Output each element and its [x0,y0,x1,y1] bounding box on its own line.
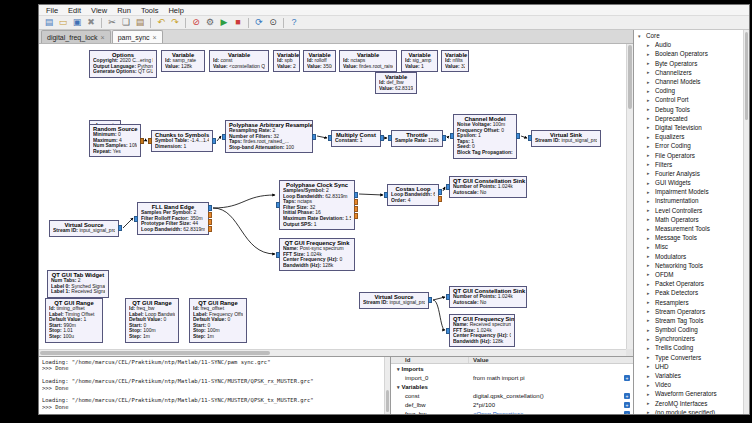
library-category-ofdm[interactable]: ▸OFDM [634,270,743,279]
chevron-right-icon[interactable]: ▸ [647,271,652,277]
chevron-right-icon[interactable]: ▸ [647,134,652,140]
open-flowgraph-icon[interactable]: ▭ [56,16,70,29]
block-freq_sink_bottom[interactable]: QT GUI Frequency SinkName: Received spec… [449,314,515,347]
library-category-waveform-generators[interactable]: ▸Waveform Generators [634,389,743,398]
chevron-right-icon[interactable]: ▸ [647,42,652,48]
chevron-right-icon[interactable]: ▸ [647,106,652,112]
chevron-right-icon[interactable]: ▸ [647,226,652,232]
block-throttle[interactable]: ThrottleSample Rate: 128k [391,130,443,147]
close-tab-icon[interactable]: × [101,34,105,41]
library-category-uhd[interactable]: ▸UHD [634,362,743,371]
menu-item-tools[interactable]: Tools [136,6,164,15]
chevron-right-icon[interactable]: ▸ [647,216,652,222]
block-range_timing[interactable]: QT GUI RangeId: timing_offsetLabel: Timi… [45,298,103,343]
chevron-right-icon[interactable]: ▸ [647,373,652,379]
library-scrollbar[interactable] [743,30,749,414]
block-var_nctaps[interactable]: VariableId: nctapsValue: firdes.root_rai… [339,50,397,72]
row-action-icon[interactable]: + [624,411,630,415]
chevron-right-icon[interactable]: ▸ [647,152,652,158]
chevron-right-icon[interactable]: ▸ [647,97,652,103]
stream-port[interactable] [328,135,332,141]
chevron-right-icon[interactable]: ▸ [647,327,652,333]
library-category-level-controllers[interactable]: ▸Level Controllers [634,206,743,215]
library-category-stream-tag-tools[interactable]: ▸Stream Tag Tools [634,316,743,325]
variable-row-def-lbw[interactable]: def_lbw2*pi/100+ [391,400,633,409]
row-action-icon[interactable]: + [624,375,630,381]
stream-port[interactable] [428,297,432,303]
chevron-right-icon[interactable]: ▸ [647,391,652,397]
scrollbar-thumb[interactable] [386,390,389,412]
library-category-coding[interactable]: ▸Coding [634,86,743,95]
library-category-message-tools[interactable]: ▸Message Tools [634,233,743,242]
stream-port[interactable] [354,199,358,205]
connection[interactable] [443,187,445,191]
block-var_spb[interactable]: VariableId: spbValue: 2 [273,50,300,72]
close-tab-icon[interactable]: × [153,34,157,41]
undo-icon[interactable]: ↶ [154,16,168,29]
stream-port[interactable] [438,196,442,202]
library-category-modulators[interactable]: ▸Modulators [634,252,743,261]
scrollbar-thumb[interactable] [40,351,270,355]
chevron-right-icon[interactable]: ▸ [647,88,652,94]
chevron-right-icon[interactable]: ▸ [647,51,652,57]
connection[interactable] [213,208,275,254]
chevron-right-icon[interactable]: ▸ [647,143,652,149]
chevron-right-icon[interactable]: ▸ [647,308,652,314]
library-category-packet-operators[interactable]: ▸Packet Operators [634,279,743,288]
stream-port[interactable] [384,192,388,198]
new-flowgraph-icon[interactable]: ▤ [42,16,56,29]
stream-port[interactable] [134,216,138,222]
connection[interactable] [145,140,147,141]
stream-port[interactable] [380,135,384,141]
chevron-right-icon[interactable]: ▸ [647,235,652,241]
connection[interactable] [217,136,221,141]
block-virtual_sink[interactable]: Virtual SinkStream ID: input_signal_prob… [531,130,601,147]
save-flowgraph-icon[interactable]: ▣ [70,16,84,29]
block-fll_band_edge[interactable]: FLL Band EdgeSamples Per Symbol: 2Filter… [137,202,209,235]
chevron-right-icon[interactable]: ▸ [647,198,652,204]
stream-port[interactable] [354,192,358,198]
menu-item-run[interactable]: Run [112,6,136,15]
block-costas_loop[interactable]: Costas LoopLoop Bandwidth: 62.8319mOrder… [387,184,439,206]
reload-blocks-icon[interactable]: ⟳ [252,16,266,29]
library-category-measurement-tools[interactable]: ▸Measurement Tools [634,224,743,233]
library-category-zeromq-interfaces[interactable]: ▸ZeroMQ Interfaces [634,399,743,408]
connection[interactable] [433,300,445,330]
stream-port[interactable] [208,205,212,211]
block-range_freq_bw[interactable]: QT GUI RangeId: freq_bwLabel: Loop Bandw… [125,298,179,343]
variable-row-imports[interactable]: ▾Imports [391,364,633,373]
stream-port[interactable] [450,133,454,139]
stream-port[interactable] [446,294,450,300]
block-const_sink_top[interactable]: QT GUI Constellation SinkNumber of Point… [449,176,527,198]
library-category-variables[interactable]: ▸Variables [634,371,743,380]
cut-icon[interactable]: ✂ [105,16,119,29]
chevron-right-icon[interactable]: ▸ [647,409,652,414]
chevron-right-icon[interactable]: ▸ [647,244,652,250]
chevron-right-icon[interactable]: ▸ [647,345,652,351]
connection[interactable] [359,194,383,195]
stream-port[interactable] [446,328,450,334]
redo-icon[interactable]: ↷ [168,16,182,29]
chevron-right-icon[interactable]: ▸ [647,189,652,195]
stream-port[interactable] [208,226,212,232]
variable-row-const[interactable]: constdigital.qpsk_constellation()+ [391,391,633,400]
block-var_const[interactable]: VariableId: constValue: <constellation Q… [209,50,269,72]
flowgraph-canvas[interactable]: OptionsCopyright: 2020 C...ering LabOutp… [39,44,626,349]
chevron-right-icon[interactable]: ▸ [647,281,652,287]
library-category-channel-models[interactable]: ▸Channel Models [634,77,743,86]
stream-port[interactable] [312,134,316,140]
kill-flowgraph-icon[interactable]: ■ [231,16,245,29]
chevron-right-icon[interactable]: ▸ [647,363,652,369]
block-tab_widget[interactable]: QT GUI Tab WidgetNum Tabs: 2Label 0: Syn… [47,270,109,298]
menu-item-view[interactable]: View [86,6,112,15]
library-category-no-module-specified[interactable]: ▸(no module specified) [634,408,743,414]
close-flowgraph-icon[interactable]: ✖ [84,16,98,29]
library-category-symbol-coding[interactable]: ▸Symbol Coding [634,325,743,334]
block-freq_sink_mid[interactable]: QT GUI Frequency SinkName: Post-sync spe… [279,238,355,271]
connection[interactable] [213,195,275,208]
chevron-right-icon[interactable]: ▸ [647,170,652,176]
chevron-right-icon[interactable]: ▸ [647,161,652,167]
canvas-vertical-scrollbar[interactable] [626,44,633,349]
chevron-right-icon[interactable]: ▸ [647,180,652,186]
stream-port[interactable] [222,134,226,140]
